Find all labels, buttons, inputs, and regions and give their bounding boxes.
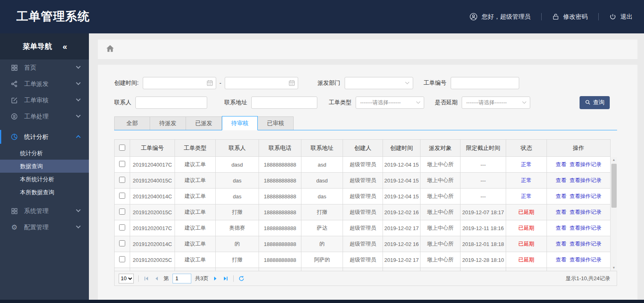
- cell-target: 墩上中心所: [420, 157, 460, 173]
- chevron-down-icon: [416, 99, 420, 103]
- scroll-down-icon[interactable]: ▼: [611, 265, 617, 271]
- row-checkbox[interactable]: [119, 161, 125, 167]
- view-log-link[interactable]: 查看操作记录: [570, 209, 602, 215]
- create-time-end-input[interactable]: [225, 77, 298, 89]
- row-checkbox[interactable]: [119, 209, 125, 215]
- cell-target: 墩上中心所: [420, 189, 460, 204]
- collapse-sidebar-button[interactable]: «: [62, 42, 66, 51]
- sidebar-item-label: 系统管理: [24, 207, 77, 215]
- app-title: 工单管理系统: [16, 9, 90, 25]
- sidebar-item-dispatch[interactable]: 工单派发: [0, 76, 89, 92]
- sidebar-menu: 首页工单派发工单审核工单处理统计分析统计分析数据查询本所统计分析本所数据查询系统…: [0, 59, 89, 235]
- scroll-up-icon[interactable]: ▲: [611, 157, 617, 163]
- tab-audited[interactable]: 已审核: [258, 116, 294, 130]
- table-header-row: 工单编号工单类型联系人联系电话联系地址创建人创建时间派发对象限定截止时间状态操作: [115, 140, 611, 157]
- address-input[interactable]: [251, 97, 317, 109]
- row-checkbox[interactable]: [119, 224, 125, 231]
- view-link[interactable]: 查看: [556, 257, 567, 263]
- delay-select[interactable]: -------请选择-------: [462, 97, 530, 109]
- page-number-input[interactable]: [173, 274, 191, 283]
- cell-address: das: [301, 189, 343, 204]
- row-checkbox[interactable]: [119, 193, 125, 199]
- sidebar-item-config[interactable]: ⚙配置管理: [0, 219, 89, 235]
- sidebar-subitem[interactable]: 本所统计分析: [0, 173, 89, 186]
- cell-type: 建议工单: [175, 236, 216, 252]
- status-badge: 已延期: [518, 209, 534, 215]
- row-checkbox[interactable]: [119, 240, 125, 246]
- last-page-button[interactable]: [222, 275, 229, 282]
- sidebar-item-system[interactable]: 系统管理: [0, 203, 89, 219]
- breadcrumb: [98, 40, 637, 59]
- cell-status: 已延期: [506, 236, 547, 252]
- view-link[interactable]: 查看: [556, 241, 567, 247]
- dispatch-dept-label: 派发部门: [318, 79, 341, 87]
- pagination-bar: 10 第 共3页 显示1-10,共24记录: [114, 271, 617, 286]
- chevron-down-icon: [405, 80, 409, 84]
- cell-created: 2019-12-04 15: [383, 189, 420, 204]
- sidebar-subitem[interactable]: 统计分析: [0, 147, 89, 160]
- order-no-input[interactable]: [451, 77, 519, 89]
- vertical-scrollbar[interactable]: ▲ ▼: [610, 157, 617, 271]
- cell-contact: 打撤: [216, 252, 259, 268]
- view-log-link[interactable]: 查看操作记录: [570, 241, 602, 247]
- sidebar-item-stats[interactable]: 统计分析: [0, 129, 89, 145]
- first-page-button[interactable]: [143, 275, 150, 282]
- view-log-link[interactable]: 查看操作记录: [570, 161, 602, 167]
- column-header: 操作: [547, 140, 611, 157]
- row-checkbox[interactable]: [119, 256, 125, 262]
- cell-actions: 查看查看操作记录: [547, 189, 611, 204]
- row-checkbox-cell: [115, 204, 130, 220]
- view-link[interactable]: 查看: [556, 209, 567, 215]
- tab-all[interactable]: 全部: [114, 116, 150, 130]
- contact-input[interactable]: [135, 97, 207, 109]
- column-header: 联系地址: [301, 140, 343, 157]
- refresh-button[interactable]: [238, 275, 245, 282]
- table-row: 201912040014C建议工单das18888888888das超级管理员2…: [115, 189, 611, 204]
- chevron-down-icon: [76, 97, 80, 101]
- prev-page-button[interactable]: [153, 275, 160, 282]
- home-icon[interactable]: [106, 45, 114, 54]
- cell-status: 正常: [506, 189, 547, 204]
- view-link[interactable]: 查看: [556, 193, 567, 199]
- order-type-select[interactable]: -------请选择-------: [356, 97, 424, 109]
- sidebar-item-home[interactable]: 首页: [0, 59, 89, 76]
- sidebar-subitem[interactable]: 数据查询: [0, 160, 89, 173]
- create-time-start-input[interactable]: [143, 77, 216, 89]
- view-log-link[interactable]: 查看操作记录: [570, 193, 602, 199]
- tab-to-audit[interactable]: 待审核: [222, 116, 258, 130]
- view-log-link[interactable]: 查看操作记录: [570, 257, 602, 263]
- greeting-text: 您好，超级管理员: [482, 13, 531, 21]
- row-checkbox[interactable]: [119, 177, 125, 183]
- next-page-button[interactable]: [212, 275, 219, 282]
- cell-deadline: 2018-12-01 18:18: [460, 236, 506, 252]
- chevron-down-icon: [76, 113, 80, 118]
- cell-type: 建议工单: [175, 157, 216, 173]
- calendar-icon: [288, 79, 295, 88]
- cell-contact: dasd: [216, 157, 259, 173]
- change-password-link[interactable]: 修改密码: [552, 13, 588, 21]
- tab-dispatched[interactable]: 已派发: [186, 116, 222, 130]
- user-greeting[interactable]: 您好，超级管理员: [469, 13, 531, 21]
- view-link[interactable]: 查看: [556, 161, 567, 167]
- search-button[interactable]: 查询: [580, 96, 610, 109]
- select-all-checkbox[interactable]: [119, 145, 125, 151]
- search-icon: [585, 99, 591, 106]
- sidebar-item-process[interactable]: 工单处理: [0, 108, 89, 125]
- view-link[interactable]: 查看: [556, 225, 567, 231]
- view-log-link[interactable]: 查看操作记录: [570, 177, 602, 183]
- page-size-select[interactable]: 10: [119, 274, 134, 283]
- scrollbar-thumb[interactable]: [611, 164, 617, 208]
- view-link[interactable]: 查看: [556, 177, 567, 183]
- create-time-label: 创建时间:: [114, 79, 139, 87]
- row-checkbox-cell: [115, 157, 130, 173]
- sidebar-item-label: 工单处理: [24, 113, 77, 121]
- logout-link[interactable]: 退出: [609, 13, 633, 21]
- tab-to-dispatch[interactable]: 待派发: [150, 116, 186, 130]
- sidebar-subitem[interactable]: 本所数据查询: [0, 186, 89, 199]
- view-log-link[interactable]: 查看操作记录: [570, 225, 602, 231]
- dispatch-dept-select[interactable]: [345, 77, 413, 89]
- cell-status: 已延期: [506, 204, 547, 220]
- modules-icon: [10, 207, 18, 215]
- sidebar-item-audit[interactable]: 工单审核: [0, 92, 89, 108]
- cell-contact: 打撤: [216, 204, 259, 220]
